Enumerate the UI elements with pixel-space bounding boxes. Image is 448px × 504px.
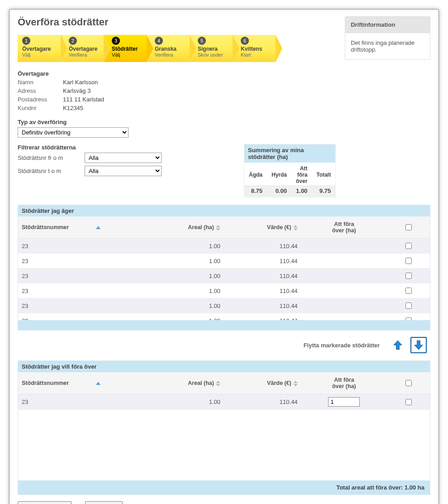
row-checkbox[interactable] [405,258,412,264]
row-checkbox[interactable] [405,399,412,405]
step-number-icon: 2 [69,37,77,45]
cell-areal: 1.00 [147,394,224,410]
sort-asc-icon [96,226,100,229]
info-label: Namn [18,79,63,86]
drift-info-panel: Driftinformation Det finns inga planerad… [345,16,430,60]
info-label: Postadress [18,96,63,103]
transfer-header-varde[interactable]: Värde (€) [224,372,301,394]
row-checkbox[interactable] [405,243,412,249]
cell-areal: 1.00 [147,283,224,298]
cell-areal: 1.00 [147,239,224,254]
step-number-icon: 3 [112,37,120,45]
move-down-button[interactable] [410,337,427,353]
cell-areal: 1.00 [147,254,224,269]
filter-from-select[interactable]: Alla [85,153,162,163]
summary-col-over: Att föra över [291,163,312,186]
move-up-button[interactable] [390,337,406,353]
cell-num: 23 [18,298,147,313]
step-subtitle: Skriv under [198,52,233,58]
sort-icon [216,381,220,386]
row-checkbox[interactable] [405,288,412,294]
step-subtitle: Välj [22,52,61,58]
summary-col-agda: Ägda [244,163,267,186]
row-checkbox[interactable] [405,302,412,309]
own-rights-footer [18,320,430,330]
transfer-header-num[interactable]: Stödrättsnummer [18,372,147,394]
step-title: Stödrätter [112,46,147,52]
transfer-rights-section: Stödrätter jag vill föra över Stödrättsn… [18,360,430,495]
cell-over [301,254,387,269]
sort-icon [216,225,220,230]
move-label: Flytta markerade stödrätter [304,342,380,349]
sort-icon [293,381,298,386]
summary-heading: Summering av mina stödrätter (ha) [244,144,335,163]
step-title: Kvittens [241,46,276,52]
step-subtitle: Klart [241,52,276,58]
cell-num: 23 [18,283,147,298]
sort-icon [293,225,298,230]
cell-over [301,239,387,254]
table-row: 231.00110.44 [18,254,430,269]
summary-col-totalt: Totalt [312,163,335,186]
arrow-down-icon [413,339,424,351]
cell-varde: 110.44 [224,298,301,313]
cell-varde: 110.44 [224,313,301,321]
info-label: Adress [18,87,63,94]
summary-val-hyrda: 0.00 [267,186,291,197]
next-button[interactable]: Nästa >> [85,501,123,504]
drift-info-body: Det finns inga planerade driftstopp. [345,33,430,59]
transfer-type-label: Typ av överföring [18,119,336,125]
step-title: Övertagare [22,46,61,52]
cell-over [301,283,387,298]
transfer-type-select[interactable]: Definitiv överföring [18,127,129,138]
step-title: Granska [155,46,190,52]
info-value: Karlsväg 3 [63,87,336,94]
cell-num: 23 [18,313,147,321]
step-number-icon: 4 [155,37,163,45]
wizard-step-1[interactable]: 1ÖvertagareVälj [18,35,61,62]
sort-asc-icon [96,382,100,385]
drift-info-heading: Driftinformation [345,17,430,33]
page-title: Överföra stödrätter [18,16,336,28]
cell-areal: 1.00 [147,298,224,313]
table-row: 231.00110.44 [18,298,430,313]
own-rights-section: Stödrätter jag äger Stödrättsnummer Area… [18,205,430,331]
row-checkbox[interactable] [405,273,412,279]
own-header-checkbox[interactable] [387,216,430,239]
transfer-header-over[interactable]: Att föra över (ha) [301,372,387,394]
filter-to-select[interactable]: Alla [85,166,162,176]
own-header-num[interactable]: Stödrättsnummer [18,216,147,239]
row-checkbox[interactable] [405,317,412,320]
info-label: Kundnr [18,105,63,111]
transfer-header-areal[interactable]: Areal (ha) [147,372,224,394]
step-number-icon: 5 [198,37,206,45]
cell-num: 23 [18,394,147,410]
own-header-over[interactable]: Att föra över (ha) [301,216,387,239]
info-value: Karl Karlsson [63,79,336,86]
wizard: 1ÖvertagareVälj2ÖvertagareVerifiera3Stöd… [18,35,336,62]
step-number-icon: 1 [22,37,30,45]
summary-box: Summering av mina stödrätter (ha) Ägda H… [244,144,336,197]
table-row: 231.00110.44 [18,313,430,321]
prev-button[interactable]: << Föregående [18,501,71,504]
table-row: 231.00110.44 [18,239,430,254]
own-rights-scroll[interactable]: 231.00110.44231.00110.44231.00110.44231.… [18,239,430,320]
own-header-areal[interactable]: Areal (ha) [147,216,224,239]
cell-varde: 110.44 [224,269,301,283]
own-select-all-checkbox[interactable] [405,224,412,230]
own-header-varde[interactable]: Värde (€) [224,216,301,239]
transfer-select-all-checkbox[interactable] [405,380,412,386]
cell-over [301,298,387,313]
transfer-rights-body-wrap: 231.00110.44 [18,394,430,480]
cell-num: 23 [18,254,147,269]
transfer-header-checkbox[interactable] [387,372,430,394]
step-title: Övertagare [69,46,104,52]
cell-varde: 110.44 [224,394,301,410]
cell-areal: 1.00 [147,269,224,283]
step-number-icon: 6 [241,37,249,45]
summary-col-hyrda: Hyrda [267,163,291,186]
info-heading: Övertagare [18,70,336,77]
step-subtitle: Verifiera [155,52,190,58]
step-subtitle: Verifiera [69,52,104,58]
transfer-amount-input[interactable] [328,397,360,407]
